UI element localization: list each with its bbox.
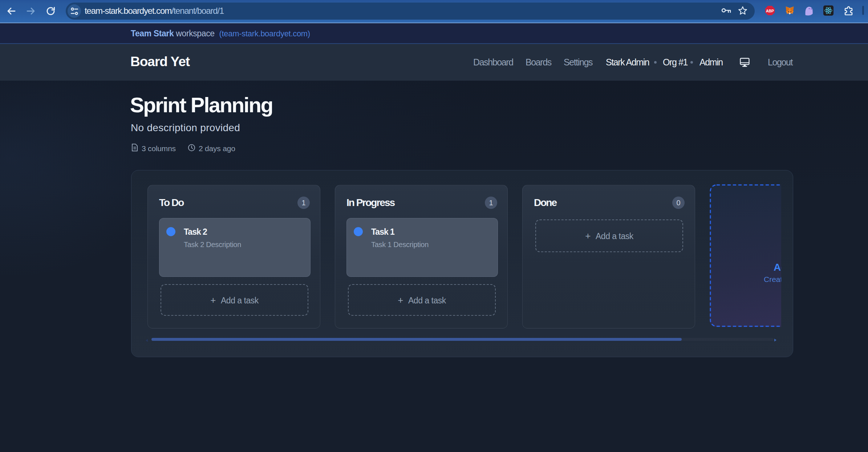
svg-text:ABP: ABP [766, 9, 774, 13]
